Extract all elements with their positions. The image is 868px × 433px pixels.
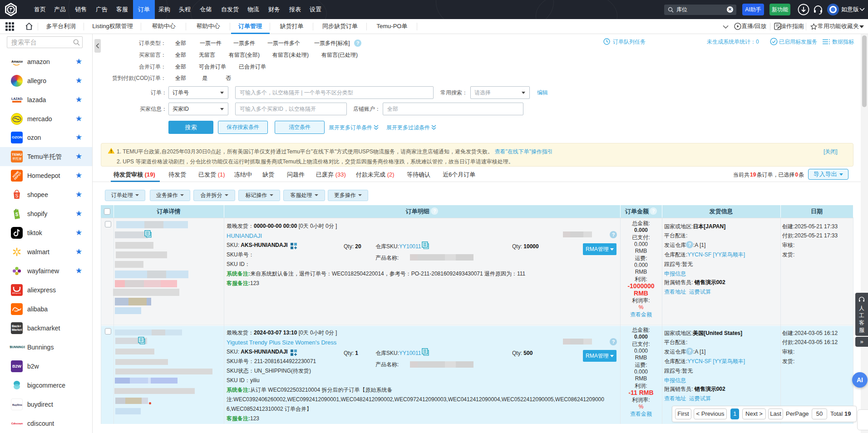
svg-text:S: S [15,193,19,198]
svg-text:S: S [15,212,19,217]
